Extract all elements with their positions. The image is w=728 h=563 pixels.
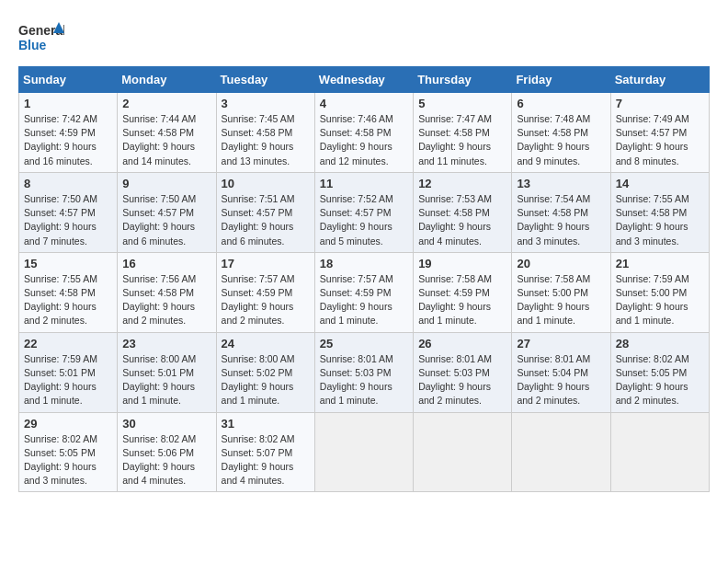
day-number: 30: [122, 417, 210, 431]
day-number: 29: [24, 417, 112, 431]
day-info: Sunrise: 7:54 AMSunset: 4:58 PMDaylight:…: [517, 193, 590, 247]
day-number: 11: [320, 177, 408, 190]
day-number: 18: [320, 257, 408, 270]
day-number: 1: [24, 97, 112, 110]
day-number: 2: [122, 97, 210, 110]
day-info: Sunrise: 7:56 AMSunset: 4:58 PMDaylight:…: [122, 273, 196, 327]
day-number: 5: [418, 97, 506, 110]
weekday-header-tuesday: Tuesday: [216, 67, 314, 93]
day-info: Sunrise: 7:50 AMSunset: 4:57 PMDaylight:…: [122, 193, 196, 247]
logo-svg: General Blue: [18, 18, 64, 57]
day-info: Sunrise: 8:01 AMSunset: 5:03 PMDaylight:…: [418, 353, 492, 407]
calendar-cell: 27Sunrise: 8:01 AMSunset: 5:04 PMDayligh…: [512, 332, 610, 412]
calendar-cell: 29Sunrise: 8:02 AMSunset: 5:05 PMDayligh…: [19, 412, 118, 492]
calendar-cell: 1Sunrise: 7:42 AMSunset: 4:59 PMDaylight…: [19, 93, 118, 173]
day-number: 10: [222, 177, 310, 190]
day-number: 13: [517, 177, 605, 190]
day-number: 8: [24, 177, 112, 190]
day-info: Sunrise: 7:51 AMSunset: 4:57 PMDaylight:…: [222, 193, 295, 247]
day-number: 26: [418, 337, 506, 350]
logo: General Blue: [18, 18, 64, 57]
day-number: 23: [122, 337, 210, 350]
weekday-header-monday: Monday: [118, 67, 216, 93]
day-number: 22: [24, 337, 112, 350]
day-info: Sunrise: 7:58 AMSunset: 5:00 PMDaylight:…: [517, 273, 590, 327]
day-info: Sunrise: 7:49 AMSunset: 4:57 PMDaylight:…: [616, 113, 689, 167]
calendar-cell: 13Sunrise: 7:54 AMSunset: 4:58 PMDayligh…: [512, 172, 610, 252]
calendar-cell: 17Sunrise: 7:57 AMSunset: 4:59 PMDayligh…: [216, 252, 314, 332]
weekday-header-sunday: Sunday: [19, 67, 118, 93]
weekday-header-thursday: Thursday: [414, 67, 512, 93]
calendar-cell: 18Sunrise: 7:57 AMSunset: 4:59 PMDayligh…: [314, 252, 413, 332]
calendar-cell: 10Sunrise: 7:51 AMSunset: 4:57 PMDayligh…: [216, 172, 314, 252]
day-info: Sunrise: 7:42 AMSunset: 4:59 PMDaylight:…: [24, 113, 97, 167]
day-info: Sunrise: 7:50 AMSunset: 4:57 PMDaylight:…: [24, 193, 97, 247]
calendar-cell: 16Sunrise: 7:56 AMSunset: 4:58 PMDayligh…: [118, 252, 216, 332]
day-info: Sunrise: 7:52 AMSunset: 4:57 PMDaylight:…: [320, 193, 393, 247]
day-number: 4: [320, 97, 408, 110]
day-info: Sunrise: 7:44 AMSunset: 4:58 PMDaylight:…: [122, 113, 196, 167]
day-info: Sunrise: 7:46 AMSunset: 4:58 PMDaylight:…: [320, 113, 393, 167]
calendar-cell: 9Sunrise: 7:50 AMSunset: 4:57 PMDaylight…: [118, 172, 216, 252]
day-number: 25: [320, 337, 408, 350]
calendar-cell: 22Sunrise: 7:59 AMSunset: 5:01 PMDayligh…: [19, 332, 118, 412]
day-number: 6: [517, 97, 605, 110]
calendar-cell: [512, 412, 610, 492]
calendar-cell: 7Sunrise: 7:49 AMSunset: 4:57 PMDaylight…: [610, 93, 709, 173]
day-info: Sunrise: 7:59 AMSunset: 5:00 PMDaylight:…: [616, 273, 689, 327]
day-number: 28: [616, 337, 704, 350]
day-info: Sunrise: 8:02 AMSunset: 5:05 PMDaylight:…: [616, 353, 689, 407]
header: General Blue: [18, 18, 710, 57]
calendar-cell: 21Sunrise: 7:59 AMSunset: 5:00 PMDayligh…: [610, 252, 709, 332]
calendar-cell: [610, 412, 709, 492]
day-info: Sunrise: 8:01 AMSunset: 5:04 PMDaylight:…: [517, 353, 590, 407]
day-info: Sunrise: 7:53 AMSunset: 4:58 PMDaylight:…: [418, 193, 492, 247]
calendar-cell: [414, 412, 512, 492]
day-info: Sunrise: 8:02 AMSunset: 5:06 PMDaylight:…: [122, 433, 196, 487]
calendar-cell: 4Sunrise: 7:46 AMSunset: 4:58 PMDaylight…: [314, 93, 413, 173]
calendar-cell: 25Sunrise: 8:01 AMSunset: 5:03 PMDayligh…: [314, 332, 413, 412]
day-number: 21: [616, 257, 704, 270]
calendar-cell: 24Sunrise: 8:00 AMSunset: 5:02 PMDayligh…: [216, 332, 314, 412]
calendar-cell: 15Sunrise: 7:55 AMSunset: 4:58 PMDayligh…: [19, 252, 118, 332]
day-number: 3: [222, 97, 310, 110]
day-number: 12: [418, 177, 506, 190]
day-info: Sunrise: 7:59 AMSunset: 5:01 PMDaylight:…: [24, 353, 97, 407]
day-info: Sunrise: 7:57 AMSunset: 4:59 PMDaylight:…: [222, 273, 295, 327]
day-info: Sunrise: 7:48 AMSunset: 4:58 PMDaylight:…: [517, 113, 590, 167]
weekday-header-saturday: Saturday: [610, 67, 709, 93]
day-info: Sunrise: 8:00 AMSunset: 5:02 PMDaylight:…: [222, 353, 295, 407]
day-info: Sunrise: 7:47 AMSunset: 4:58 PMDaylight:…: [418, 113, 492, 167]
calendar-cell: 5Sunrise: 7:47 AMSunset: 4:58 PMDaylight…: [414, 93, 512, 173]
day-info: Sunrise: 8:02 AMSunset: 5:05 PMDaylight:…: [24, 433, 97, 487]
weekday-header-friday: Friday: [512, 67, 610, 93]
day-info: Sunrise: 7:55 AMSunset: 4:58 PMDaylight:…: [616, 193, 689, 247]
calendar-cell: 31Sunrise: 8:02 AMSunset: 5:07 PMDayligh…: [216, 412, 314, 492]
calendar-cell: 26Sunrise: 8:01 AMSunset: 5:03 PMDayligh…: [414, 332, 512, 412]
day-info: Sunrise: 8:00 AMSunset: 5:01 PMDaylight:…: [122, 353, 196, 407]
day-number: 27: [517, 337, 605, 350]
day-number: 20: [517, 257, 605, 270]
calendar-cell: 20Sunrise: 7:58 AMSunset: 5:00 PMDayligh…: [512, 252, 610, 332]
day-number: 14: [616, 177, 704, 190]
calendar-cell: 19Sunrise: 7:58 AMSunset: 4:59 PMDayligh…: [414, 252, 512, 332]
day-info: Sunrise: 8:01 AMSunset: 5:03 PMDaylight:…: [320, 353, 393, 407]
weekday-header-wednesday: Wednesday: [314, 67, 413, 93]
calendar-cell: 30Sunrise: 8:02 AMSunset: 5:06 PMDayligh…: [118, 412, 216, 492]
day-info: Sunrise: 7:55 AMSunset: 4:58 PMDaylight:…: [24, 273, 97, 327]
calendar-cell: 3Sunrise: 7:45 AMSunset: 4:58 PMDaylight…: [216, 93, 314, 173]
calendar-cell: [314, 412, 413, 492]
day-number: 17: [222, 257, 310, 270]
calendar-cell: 2Sunrise: 7:44 AMSunset: 4:58 PMDaylight…: [118, 93, 216, 173]
day-info: Sunrise: 7:45 AMSunset: 4:58 PMDaylight:…: [222, 113, 295, 167]
calendar-cell: 14Sunrise: 7:55 AMSunset: 4:58 PMDayligh…: [610, 172, 709, 252]
day-number: 9: [122, 177, 210, 190]
day-info: Sunrise: 7:58 AMSunset: 4:59 PMDaylight:…: [418, 273, 492, 327]
calendar-cell: 8Sunrise: 7:50 AMSunset: 4:57 PMDaylight…: [19, 172, 118, 252]
day-info: Sunrise: 8:02 AMSunset: 5:07 PMDaylight:…: [222, 433, 295, 487]
calendar-table: SundayMondayTuesdayWednesdayThursdayFrid…: [18, 66, 710, 492]
calendar-cell: 12Sunrise: 7:53 AMSunset: 4:58 PMDayligh…: [414, 172, 512, 252]
day-number: 24: [222, 337, 310, 350]
calendar-cell: 11Sunrise: 7:52 AMSunset: 4:57 PMDayligh…: [314, 172, 413, 252]
day-number: 31: [222, 417, 310, 431]
